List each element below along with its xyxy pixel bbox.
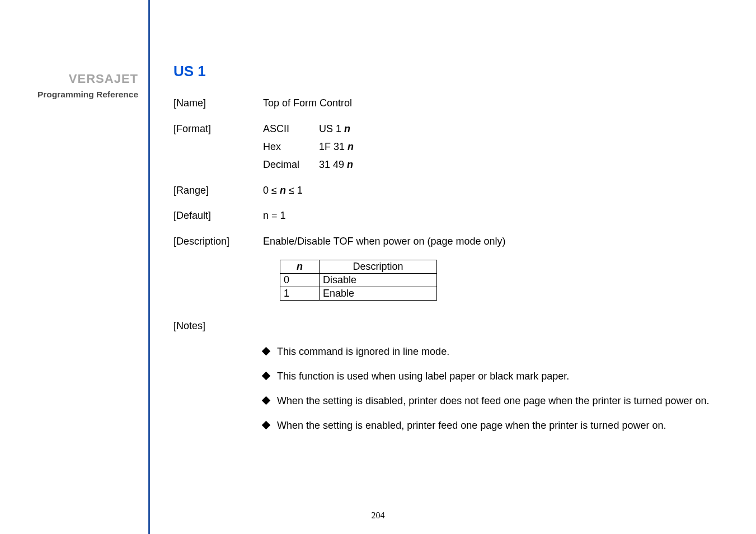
notes-bullets: This command is ignored in line mode. Th… [263, 344, 739, 433]
default-label: [Default] [173, 208, 263, 224]
diamond-icon [262, 396, 271, 405]
hex-value: 1F 31 n [319, 139, 739, 155]
bullet-text: This command is ignored in line mode. [277, 344, 739, 359]
bullet-item: This function is used when using label p… [263, 369, 739, 383]
table-cell-desc: Disable [320, 274, 437, 287]
bullet-text: When the setting is enabled, printer fee… [277, 418, 739, 433]
bullet-item: When the setting is disabled, printer do… [263, 394, 739, 408]
bullet-text: This function is used when using label p… [277, 369, 739, 383]
command-title: US 1 [173, 63, 739, 80]
page-number: 204 [372, 510, 385, 521]
description-label: [Description] [173, 234, 263, 250]
description-row: [Description] Enable/Disable TOF when po… [173, 234, 739, 250]
format-table: ASCII US 1 n Hex 1F 31 n Decimal 31 49 n [263, 121, 739, 173]
table-row: 1 Enable [280, 287, 437, 301]
main-content: US 1 [Name] Top of Form Control [Format]… [173, 63, 739, 443]
decimal-label: Decimal [263, 157, 319, 173]
bullet-item: This command is ignored in line mode. [263, 344, 739, 359]
table-row: 0 Disable [280, 274, 437, 287]
table-header-description: Description [320, 260, 437, 274]
range-row: [Range] 0 ≤ n ≤ 1 [173, 183, 739, 199]
format-label: [Format] [173, 121, 263, 173]
table-cell-n: 1 [280, 287, 320, 301]
range-value: 0 ≤ n ≤ 1 [263, 183, 739, 199]
notes-label: [Notes] [173, 318, 263, 334]
ascii-label: ASCII [263, 121, 319, 137]
name-value: Top of Form Control [263, 96, 739, 111]
name-label: [Name] [173, 96, 263, 111]
hex-label: Hex [263, 139, 319, 155]
ascii-value: US 1 n [319, 121, 739, 137]
reference-subtitle: Programming Reference [37, 90, 138, 100]
default-value: n = 1 [263, 208, 739, 224]
description-value: Enable/Disable TOF when power on (page m… [263, 234, 739, 250]
table-header-n: n [280, 260, 320, 274]
brand-name: VERSAJET [69, 72, 138, 86]
range-label: [Range] [173, 183, 263, 199]
sidebar: VERSAJET Programming Reference [0, 0, 150, 534]
diamond-icon [262, 347, 271, 356]
name-row: [Name] Top of Form Control [173, 96, 739, 111]
description-table: n Description 0 Disable 1 Enable [280, 260, 437, 301]
decimal-value: 31 49 n [319, 157, 739, 173]
format-row: [Format] ASCII US 1 n Hex 1F 31 n Decima… [173, 121, 739, 173]
table-cell-n: 0 [280, 274, 320, 287]
bullet-item: When the setting is enabled, printer fee… [263, 418, 739, 433]
table-cell-desc: Enable [320, 287, 437, 301]
notes-row: [Notes] [173, 318, 739, 334]
default-row: [Default] n = 1 [173, 208, 739, 224]
diamond-icon [262, 421, 271, 430]
diamond-icon [262, 372, 271, 381]
bullet-text: When the setting is disabled, printer do… [277, 394, 739, 408]
